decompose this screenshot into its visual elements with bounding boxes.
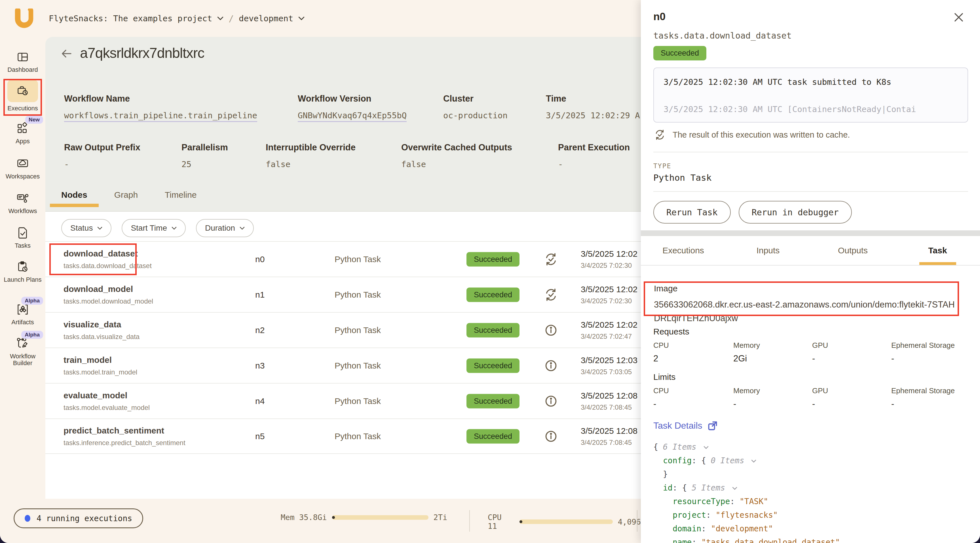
- executions-icon: [16, 84, 29, 97]
- panel-tabs: Executions Inputs Outputs Task: [641, 242, 980, 266]
- node-type: Python Task: [335, 432, 381, 441]
- sidebar-item-tasks[interactable]: Tasks: [0, 226, 45, 249]
- table-row[interactable]: predict_batch_sentiment tasks.inference.…: [45, 419, 641, 454]
- chevron-down-icon[interactable]: [732, 487, 737, 490]
- node-name-cell[interactable]: download_dataset tasks.data.download_dat…: [64, 249, 157, 270]
- cache-icon: [653, 128, 667, 141]
- node-name-cell[interactable]: evaluate_model tasks.model.evaluate_mode…: [64, 391, 157, 412]
- node-name-cell[interactable]: visualize_data tasks.data.visualize_data: [64, 320, 157, 341]
- chevron-down-icon[interactable]: [217, 16, 223, 21]
- divider: [653, 152, 968, 152]
- tab-timeline[interactable]: Timeline: [165, 190, 197, 207]
- page-title: a7qksrldkrx7dnbltxrc: [80, 45, 204, 61]
- limits-values: - - - -: [653, 399, 968, 409]
- rerun-task-button[interactable]: Rerun Task: [653, 201, 731, 224]
- tab-inputs[interactable]: Inputs: [725, 242, 810, 265]
- node-type: Python Task: [335, 361, 381, 371]
- workflows-icon: [16, 192, 29, 205]
- chevron-down-icon: [172, 227, 177, 230]
- sidebar-item-artifacts[interactable]: Alpha Artifacts: [0, 303, 45, 326]
- node-type: Python Task: [335, 325, 381, 335]
- artifacts-icon: [16, 303, 29, 316]
- table-row[interactable]: visualize_data tasks.data.visualize_data…: [45, 312, 641, 347]
- sidebar-item-launch-plans[interactable]: Launch Plans: [0, 260, 45, 283]
- chevron-down-icon[interactable]: [298, 16, 305, 21]
- sidebar-item-apps[interactable]: New Apps: [0, 122, 45, 145]
- node-id: n4: [255, 397, 264, 406]
- app-window: FlyteSnacks: The examples project / deve…: [0, 0, 980, 543]
- sidebar-item-label: Executions: [7, 105, 38, 112]
- filter-row: Status Start Time Duration: [61, 219, 254, 237]
- sidebar-item-workflows[interactable]: Workflows: [0, 192, 45, 215]
- detail-time: Time 3/5/2025 12:02:29 A: [546, 94, 640, 120]
- breadcrumb-project[interactable]: FlyteSnacks: The examples project: [49, 14, 212, 23]
- tab-nodes[interactable]: Nodes: [61, 190, 88, 207]
- sidebar-item-label: Workflows: [8, 208, 37, 215]
- task-details-link[interactable]: Task Details: [653, 420, 718, 431]
- sidebar-item-label: Artifacts: [11, 319, 34, 326]
- status-filter[interactable]: Status: [61, 219, 111, 237]
- log-output-box[interactable]: 3/5/2025 12:02:30 AM UTC task submitted …: [653, 67, 968, 123]
- union-logo-icon: [15, 8, 33, 29]
- table-row[interactable]: train_model tasks.model.train_model n3 P…: [45, 347, 641, 383]
- sidebar-item-executions[interactable]: Executions: [0, 80, 45, 112]
- cache-icon[interactable]: [543, 252, 559, 267]
- sidebar-item-label: Apps: [16, 138, 30, 145]
- cache-icon[interactable]: [543, 287, 559, 303]
- gauge-divider: [637, 510, 638, 532]
- detail-workflow-name: Workflow Name workflows.train_pipeline.t…: [64, 94, 257, 122]
- cpu-gauge: CPU 11 4,096: [488, 513, 641, 530]
- sidebar: Dashboard Executions New Apps Workspaces…: [0, 37, 45, 502]
- node-name-cell[interactable]: train_model tasks.model.train_model: [64, 355, 157, 376]
- node-name-cell[interactable]: download_model tasks.model.download_mode…: [64, 284, 157, 305]
- table-row[interactable]: evaluate_model tasks.model.evaluate_mode…: [45, 383, 641, 419]
- back-arrow-icon[interactable]: [60, 48, 73, 60]
- launch-plans-icon: [16, 260, 29, 274]
- status-badge: Succeeded: [466, 287, 520, 302]
- json-viewer[interactable]: { 6 Items config: { 0 Items } id: { 5 It…: [653, 440, 968, 543]
- detail-overwrite-cached-outputs: Overwrite Cached Outputs false: [401, 142, 512, 169]
- dashboard-icon: [16, 51, 29, 64]
- alpha-badge: Alpha: [21, 331, 43, 339]
- section-separator: [641, 230, 980, 236]
- node-name-cell[interactable]: predict_batch_sentiment tasks.inference.…: [64, 426, 157, 447]
- log-line: 3/5/2025 12:02:30 AM UTC task submitted …: [663, 77, 958, 87]
- running-executions-label: 4 running executions: [37, 514, 132, 523]
- tab-graph[interactable]: Graph: [114, 190, 138, 207]
- duration-filter[interactable]: Duration: [196, 219, 254, 237]
- gauge-divider: [469, 510, 470, 532]
- tab-outputs[interactable]: Outputs: [810, 242, 895, 265]
- info-icon[interactable]: [543, 322, 559, 338]
- nodes-card: Status Start Time Duration download_data…: [45, 212, 641, 499]
- info-icon[interactable]: [543, 358, 559, 374]
- tab-task[interactable]: Task: [895, 242, 980, 265]
- sidebar-item-dashboard[interactable]: Dashboard: [0, 51, 45, 73]
- detail-parallelism: Parallelism 25: [181, 142, 228, 169]
- chevron-down-icon: [97, 227, 102, 230]
- type-value: Python Task: [653, 172, 711, 183]
- breadcrumb: FlyteSnacks: The examples project / deve…: [49, 0, 305, 37]
- detail-raw-output-prefix: Raw Output Prefix -: [64, 142, 140, 169]
- chevron-down-icon[interactable]: [751, 460, 756, 463]
- close-icon[interactable]: [953, 12, 964, 23]
- start-time-cell: 3/5/2025 12:08 3/4/2025 7:08:45: [581, 391, 641, 411]
- status-badge: Succeeded: [466, 323, 520, 337]
- rerun-debugger-button[interactable]: Rerun in debugger: [739, 201, 852, 224]
- table-row[interactable]: download_model tasks.model.download_mode…: [45, 277, 641, 312]
- chevron-down-icon[interactable]: [703, 446, 709, 449]
- start-time-filter[interactable]: Start Time: [122, 219, 186, 237]
- workflow-version-link[interactable]: GNBwYNdKvaq67q4xEp55bQ: [298, 111, 407, 122]
- table-row[interactable]: download_dataset tasks.data.download_dat…: [45, 241, 641, 277]
- info-icon[interactable]: [543, 428, 559, 444]
- info-icon[interactable]: [543, 393, 559, 409]
- breadcrumb-domain[interactable]: development: [239, 14, 293, 23]
- chevron-down-icon: [240, 227, 245, 230]
- status-bar: 4 running executions Mem 35.8Gi 2Ti CPU …: [0, 499, 641, 543]
- sidebar-item-workspaces[interactable]: Workspaces: [0, 157, 45, 180]
- start-time-cell: 3/5/2025 12:02 3/4/2025 7:02:30: [581, 249, 641, 269]
- workflow-name-link[interactable]: workflows.train_pipeline.train_pipeline: [64, 111, 257, 122]
- type-label: TYPE: [653, 162, 671, 170]
- sidebar-item-workflow-builder[interactable]: Alpha Workflow Builder: [0, 337, 45, 366]
- tab-executions[interactable]: Executions: [641, 242, 725, 265]
- running-executions-pill[interactable]: 4 running executions: [14, 508, 143, 528]
